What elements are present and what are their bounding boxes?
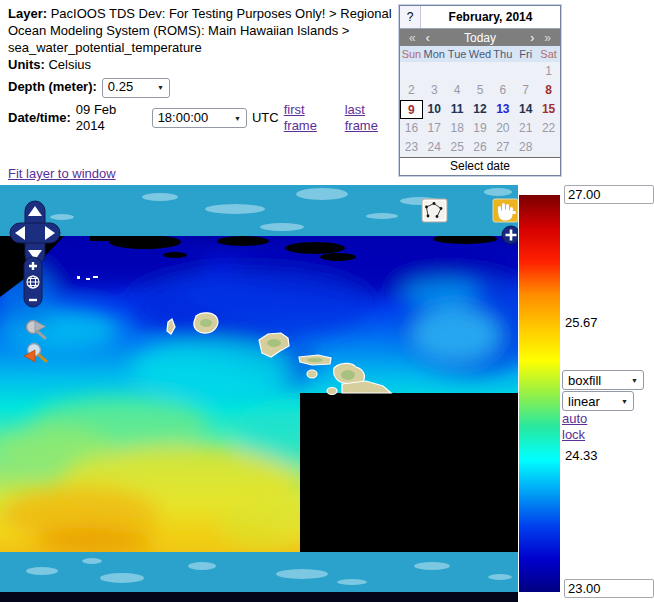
- depth-label: Depth (meter):: [8, 79, 97, 96]
- calendar-day-3[interactable]: 3: [423, 81, 446, 100]
- style-select[interactable]: boxfill ▼: [562, 370, 644, 390]
- calendar-day-28[interactable]: 28: [514, 138, 537, 157]
- calendar-day-16[interactable]: 16: [400, 119, 423, 138]
- calendar-day-27[interactable]: 27: [491, 138, 514, 157]
- day-header-thu: Thu: [491, 46, 514, 62]
- units-line: Units: Celsius: [8, 57, 400, 74]
- style-select-value: boxfill: [568, 373, 601, 388]
- sst-data-layer: [0, 232, 518, 557]
- timezone-label: UTC: [252, 110, 279, 127]
- next-month-button[interactable]: ›: [525, 31, 539, 45]
- day-header-fri: Fri: [514, 46, 537, 62]
- layer-line: Layer: PacIOOS TDS Dev: For Testing Purp…: [8, 6, 400, 57]
- layer-info-block: Layer: PacIOOS TDS Dev: For Testing Purp…: [8, 6, 400, 135]
- missing-data-rect: [300, 393, 518, 552]
- calendar-day-empty: [514, 62, 537, 81]
- calendar-day-12[interactable]: 12: [469, 100, 492, 119]
- date-value: 09 Feb 2014: [76, 102, 147, 136]
- chevron-down-icon: ▼: [621, 377, 638, 384]
- calendar-day-headers: SunMonTueWedThuFriSat: [400, 46, 560, 62]
- prev-month-button[interactable]: ‹: [421, 31, 435, 45]
- calendar-month-title: February, 2014: [421, 6, 560, 28]
- calendar-day-13[interactable]: 13: [491, 100, 514, 119]
- calendar-day-23[interactable]: 23: [400, 138, 423, 157]
- depth-select-value: 0.25: [108, 79, 133, 96]
- day-header-tue: Tue: [446, 46, 469, 62]
- scale-min-input[interactable]: [564, 579, 654, 598]
- depth-select[interactable]: 0.25 ▼: [102, 78, 170, 98]
- chevron-down-icon: ▼: [224, 114, 241, 123]
- calendar-day-empty: [537, 138, 560, 157]
- godiva-map-viewer: Layer: PacIOOS TDS Dev: For Testing Purp…: [0, 0, 654, 602]
- time-select-value: 18:00:00: [158, 110, 209, 127]
- day-header-sun: Sun: [400, 46, 423, 62]
- calendar-day-empty: [446, 62, 469, 81]
- scale-type-select[interactable]: linear ▼: [562, 391, 634, 411]
- scale-tick-lower: 24.33: [565, 448, 598, 463]
- calendar-nav-row: « ‹ Today › »: [400, 29, 560, 46]
- calendar-day-24[interactable]: 24: [423, 138, 446, 157]
- zoom-control[interactable]: [24, 257, 42, 307]
- calendar-day-4[interactable]: 4: [446, 81, 469, 100]
- calendar-day-25[interactable]: 25: [446, 138, 469, 157]
- today-button[interactable]: Today: [435, 31, 526, 45]
- calendar-day-1[interactable]: 1: [537, 62, 560, 81]
- pan-mode-button[interactable]: [493, 199, 518, 222]
- datetime-label: Date/time:: [8, 110, 71, 127]
- calendar-day-5[interactable]: 5: [469, 81, 492, 100]
- lock-scale-link[interactable]: lock: [562, 427, 585, 442]
- select-date-button[interactable]: Select date: [400, 157, 560, 175]
- auto-scale-link[interactable]: auto: [562, 411, 587, 426]
- calendar-day-17[interactable]: 17: [423, 119, 446, 138]
- calendar-day-empty: [469, 62, 492, 81]
- day-header-mon: Mon: [423, 46, 446, 62]
- calendar-day-empty: [423, 62, 446, 81]
- calendar-day-21[interactable]: 21: [514, 119, 537, 138]
- chevron-down-icon: ▼: [147, 83, 164, 92]
- first-frame-link[interactable]: first frame: [284, 102, 340, 136]
- layer-path: PacIOOS TDS Dev: For Testing Purposes On…: [8, 6, 392, 55]
- layer-switcher-button[interactable]: [502, 226, 518, 244]
- units-value: Celsius: [48, 57, 91, 72]
- calendar-day-26[interactable]: 26: [469, 138, 492, 157]
- calendar-grid: 1234567891011121314151617181920212223242…: [400, 62, 560, 157]
- next-year-button[interactable]: »: [539, 31, 556, 45]
- calendar-day-empty: [400, 62, 423, 81]
- last-frame-link[interactable]: last frame: [345, 102, 400, 136]
- island-kahoolawe: [327, 388, 337, 395]
- calendar-day-9[interactable]: 9: [400, 100, 423, 119]
- calendar-day-20[interactable]: 20: [491, 119, 514, 138]
- layer-label: Layer:: [8, 6, 47, 21]
- calendar-day-2[interactable]: 2: [400, 81, 423, 100]
- scale-tick-upper: 25.67: [565, 315, 598, 330]
- colorbar: [519, 195, 560, 592]
- chevron-down-icon: ▼: [611, 398, 628, 405]
- calendar-day-18[interactable]: 18: [446, 119, 469, 138]
- basemap-edge-strip: [0, 592, 518, 602]
- draw-polygon-button[interactable]: [422, 199, 447, 222]
- scale-type-select-value: linear: [568, 394, 600, 409]
- day-header-wed: Wed: [469, 46, 492, 62]
- units-label: Units:: [8, 57, 45, 72]
- calendar-day-15[interactable]: 15: [537, 100, 560, 119]
- datetime-row: Date/time: 09 Feb 2014 18:00:00 ▼ UTC fi…: [8, 102, 400, 136]
- calendar-day-empty: [491, 62, 514, 81]
- map-image[interactable]: [0, 185, 518, 602]
- calendar-day-14[interactable]: 14: [514, 100, 537, 119]
- calendar-day-22[interactable]: 22: [537, 119, 560, 138]
- prev-year-button[interactable]: «: [404, 31, 421, 45]
- calendar-day-6[interactable]: 6: [491, 81, 514, 100]
- calendar: ? February, 2014 « ‹ Today › » SunMonTue…: [399, 5, 561, 176]
- fit-layer-link[interactable]: Fit layer to window: [8, 166, 116, 181]
- calendar-day-8[interactable]: 8: [537, 81, 560, 100]
- scale-max-input[interactable]: [564, 185, 654, 204]
- calendar-help-button[interactable]: ?: [400, 6, 421, 28]
- calendar-day-11[interactable]: 11: [446, 100, 469, 119]
- depth-row: Depth (meter): 0.25 ▼: [8, 78, 400, 98]
- map-viewport[interactable]: [0, 185, 518, 602]
- calendar-day-10[interactable]: 10: [423, 100, 446, 119]
- day-header-sat: Sat: [537, 46, 560, 62]
- calendar-day-7[interactable]: 7: [514, 81, 537, 100]
- calendar-day-19[interactable]: 19: [469, 119, 492, 138]
- time-select[interactable]: 18:00:00 ▼: [152, 108, 247, 128]
